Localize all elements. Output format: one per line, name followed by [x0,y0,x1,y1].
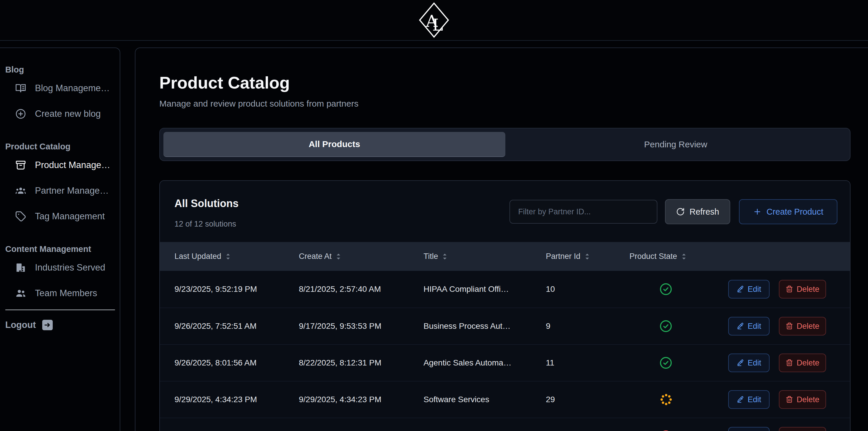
column-header-create-at[interactable]: Create At [299,252,424,261]
page-subtitle: Manage and review product solutions from… [159,98,868,109]
table-row: 9/29/2025, 4:34:23 PM 9/29/2025, 4:34:23… [160,381,850,418]
panel-title: All Solutions [175,197,239,210]
column-header-last-updated[interactable]: Last Updated [175,252,299,261]
brand-logo: A L [419,2,449,38]
edit-button[interactable]: Edit [728,280,770,299]
cell-partner-id: 10 [546,284,629,294]
cell-last-updated: 9/23/2025, 9:52:19 PM [175,284,299,294]
delete-button[interactable]: Delete [779,353,826,372]
sidebar-item-industries-served[interactable]: Industries Served [15,261,120,274]
edit-button[interactable]: Edit [728,317,770,336]
building-icon [15,262,26,273]
book-open-icon [15,83,26,94]
state-approved-icon [659,357,672,369]
pencil-icon [737,359,744,367]
main-content: Product Catalog Manage and review produc… [135,48,868,431]
sidebar-item-tag-management[interactable]: Tag Management [15,210,120,223]
logout-icon [42,320,53,330]
sidebar-item-blog-management[interactable]: Blog Manageme… [15,82,120,95]
page-title: Product Catalog [159,73,868,92]
cell-title: Software Services [424,395,546,404]
cell-actions: Edit Delete [700,427,850,431]
sort-icon[interactable] [441,252,448,260]
cell-actions: Edit Delete [700,390,850,409]
sidebar: Blog Blog Manageme… Create new blog Prod… [0,48,120,431]
table-row: 9/23/2025, 9:52:19 PM 8/21/2025, 2:57:40… [160,271,850,308]
delete-button[interactable]: Delete [779,390,826,409]
cell-product-state [629,283,700,296]
state-rejected-icon [659,430,672,431]
sidebar-item-create-new-blog[interactable]: Create new blog [15,107,120,120]
edit-button[interactable]: Edit [728,427,770,431]
sidebar-item-partner-management[interactable]: Partner Manage… [15,184,120,197]
cell-create-at: 9/29/2025, 4:34:23 PM [299,395,424,404]
column-header-title[interactable]: Title [424,252,546,261]
logout-button[interactable]: Logout [5,318,120,331]
sort-icon[interactable] [584,252,590,260]
cell-product-state [629,357,700,369]
pencil-icon [737,285,744,293]
topbar: A L [0,0,868,41]
cell-actions: Edit Delete [700,353,850,372]
team-icon [15,288,26,299]
diamond-logo-icon: A L [419,2,449,38]
pencil-icon [737,396,744,403]
tab-bar: All Products Pending Review [159,128,850,161]
sidebar-section-blog: Blog [5,63,120,76]
sidebar-item-team-members[interactable]: Team Members [15,287,120,300]
state-approved-icon [659,283,672,296]
sidebar-section-product-catalog: Product Catalog [5,140,120,153]
trash-icon [785,359,793,367]
table-body: 9/23/2025, 9:52:19 PM 8/21/2025, 2:57:40… [160,271,850,431]
cell-title: Agentic Sales Automa… [424,358,546,368]
panel-header: All Solutions 12 of 12 solutions Refresh… [160,181,850,242]
edit-button[interactable]: Edit [728,390,770,409]
cell-actions: Edit Delete [700,280,850,299]
refresh-icon [676,207,685,216]
sort-icon[interactable] [225,252,231,260]
cell-last-updated: 9/26/2025, 8:01:56 AM [175,358,299,368]
sort-icon[interactable] [335,252,342,260]
delete-button[interactable]: Delete [779,317,826,336]
plus-circle-icon [15,108,26,119]
cell-title: Business Process Aut… [424,321,546,331]
sidebar-section-content-management: Content Management [5,243,120,255]
solutions-panel: All Solutions 12 of 12 solutions Refresh… [159,180,850,431]
archive-icon [15,160,26,171]
tab-pending-review[interactable]: Pending Review [505,132,847,157]
sidebar-item-label: Team Members [35,288,97,299]
tab-all-products[interactable]: All Products [163,132,505,157]
cell-actions: Edit Delete [700,317,850,336]
trash-icon [785,322,793,330]
cell-create-at: 8/21/2025, 2:57:40 AM [299,284,424,294]
pencil-icon [737,322,744,330]
table-row: 9/26/2025, 8:01:56 AM 8/22/2025, 8:12:31… [160,344,850,381]
cell-partner-id: 9 [546,321,629,331]
sidebar-item-label: Blog Manageme… [35,83,110,93]
logout-label: Logout [5,320,36,330]
svg-text:L: L [432,16,443,34]
cell-create-at: 8/22/2025, 8:12:31 PM [299,358,424,368]
column-header-product-state[interactable]: Product State [629,252,700,261]
state-approved-icon [659,320,672,333]
create-product-button[interactable]: Create Product [739,199,837,224]
partner-id-filter-input[interactable] [509,200,657,224]
cell-partner-id: 11 [546,358,629,368]
table-row: 9/26/2025, 7:52:51 AM 9/17/2025, 9:53:53… [160,308,850,344]
cell-last-updated: 9/29/2025, 4:34:23 PM [175,395,299,404]
cell-partner-id: 29 [546,395,629,404]
refresh-button[interactable]: Refresh [665,199,730,224]
delete-button[interactable]: Delete [779,427,826,431]
edit-button[interactable]: Edit [728,353,770,372]
sidebar-item-label: Partner Manage… [35,185,108,196]
solutions-count: 12 of 12 solutions [175,220,236,228]
cell-last-updated: 9/26/2025, 7:52:51 AM [175,321,299,331]
sort-icon[interactable] [681,252,687,260]
tag-icon [15,211,26,222]
sidebar-item-label: Industries Served [35,263,105,273]
table-row: Edit Delete [160,418,850,431]
sidebar-item-product-management[interactable]: Product Manage… [15,159,120,172]
screen: A L Blog Blog Manageme… Create new blog … [0,0,868,431]
delete-button[interactable]: Delete [779,280,826,299]
column-header-partner-id[interactable]: Partner Id [546,252,629,261]
